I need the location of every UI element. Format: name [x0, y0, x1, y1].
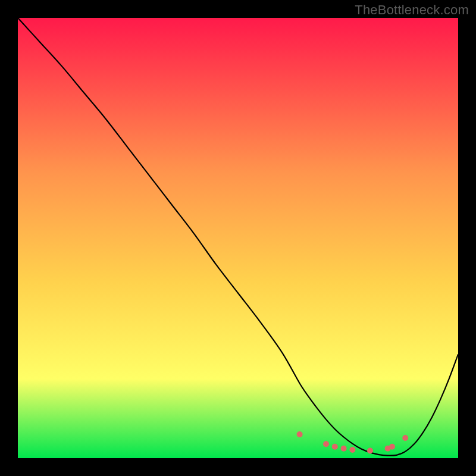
watermark-text: TheBottleneck.com [355, 2, 469, 18]
chart-svg [18, 18, 458, 458]
highlight-point [349, 447, 355, 453]
highlight-point [402, 435, 408, 441]
highlight-point [389, 444, 395, 450]
highlight-point [341, 446, 347, 452]
chart-plot-area [18, 18, 458, 458]
gradient-background [18, 18, 458, 458]
highlight-point [297, 431, 303, 437]
highlight-point [367, 447, 373, 453]
highlight-point [332, 444, 338, 450]
highlight-point [323, 441, 329, 447]
chart-frame: TheBottleneck.com [0, 0, 476, 476]
